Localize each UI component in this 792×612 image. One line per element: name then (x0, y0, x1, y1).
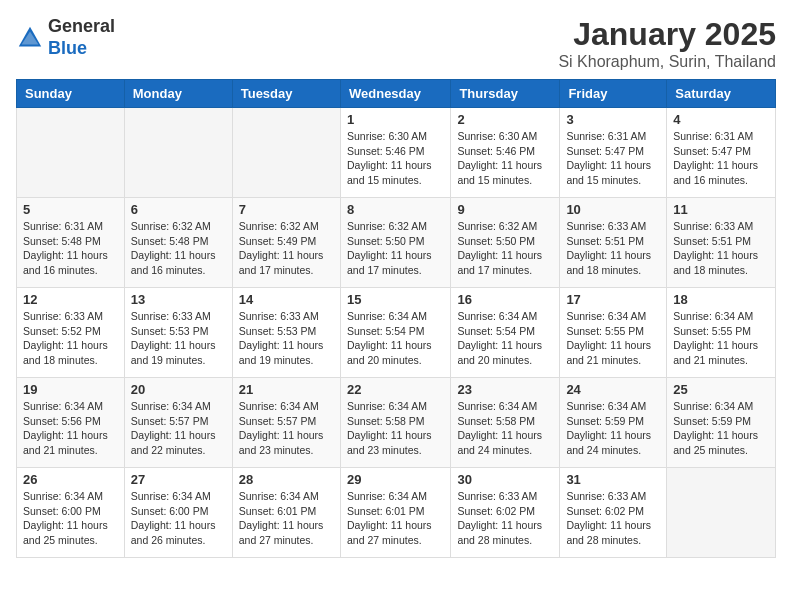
day-info: Sunrise: 6:31 AM Sunset: 5:48 PM Dayligh… (23, 219, 118, 278)
logo-icon (16, 24, 44, 52)
header-cell-sunday: Sunday (17, 80, 125, 108)
calendar-week-5: 26Sunrise: 6:34 AM Sunset: 6:00 PM Dayli… (17, 468, 776, 558)
calendar-cell: 28Sunrise: 6:34 AM Sunset: 6:01 PM Dayli… (232, 468, 340, 558)
day-info: Sunrise: 6:33 AM Sunset: 5:53 PM Dayligh… (131, 309, 226, 368)
day-number: 30 (457, 472, 553, 487)
title-area: January 2025 Si Khoraphum, Surin, Thaila… (558, 16, 776, 71)
day-number: 9 (457, 202, 553, 217)
day-info: Sunrise: 6:30 AM Sunset: 5:46 PM Dayligh… (457, 129, 553, 188)
day-info: Sunrise: 6:33 AM Sunset: 5:51 PM Dayligh… (673, 219, 769, 278)
day-info: Sunrise: 6:34 AM Sunset: 5:59 PM Dayligh… (673, 399, 769, 458)
logo-blue-text: Blue (48, 38, 87, 58)
day-number: 10 (566, 202, 660, 217)
calendar-cell: 24Sunrise: 6:34 AM Sunset: 5:59 PM Dayli… (560, 378, 667, 468)
day-info: Sunrise: 6:33 AM Sunset: 5:52 PM Dayligh… (23, 309, 118, 368)
day-info: Sunrise: 6:33 AM Sunset: 6:02 PM Dayligh… (457, 489, 553, 548)
day-info: Sunrise: 6:32 AM Sunset: 5:48 PM Dayligh… (131, 219, 226, 278)
day-number: 2 (457, 112, 553, 127)
day-info: Sunrise: 6:34 AM Sunset: 5:59 PM Dayligh… (566, 399, 660, 458)
day-number: 16 (457, 292, 553, 307)
calendar-cell: 6Sunrise: 6:32 AM Sunset: 5:48 PM Daylig… (124, 198, 232, 288)
calendar-subtitle: Si Khoraphum, Surin, Thailand (558, 53, 776, 71)
day-number: 17 (566, 292, 660, 307)
calendar-cell: 16Sunrise: 6:34 AM Sunset: 5:54 PM Dayli… (451, 288, 560, 378)
header-cell-thursday: Thursday (451, 80, 560, 108)
calendar-cell (232, 108, 340, 198)
day-info: Sunrise: 6:34 AM Sunset: 6:00 PM Dayligh… (131, 489, 226, 548)
day-info: Sunrise: 6:34 AM Sunset: 5:58 PM Dayligh… (347, 399, 444, 458)
page-header: General Blue January 2025 Si Khoraphum, … (16, 16, 776, 71)
day-number: 25 (673, 382, 769, 397)
calendar-week-4: 19Sunrise: 6:34 AM Sunset: 5:56 PM Dayli… (17, 378, 776, 468)
day-number: 4 (673, 112, 769, 127)
calendar-cell: 30Sunrise: 6:33 AM Sunset: 6:02 PM Dayli… (451, 468, 560, 558)
day-number: 20 (131, 382, 226, 397)
calendar-cell: 19Sunrise: 6:34 AM Sunset: 5:56 PM Dayli… (17, 378, 125, 468)
day-number: 11 (673, 202, 769, 217)
header-cell-tuesday: Tuesday (232, 80, 340, 108)
day-info: Sunrise: 6:31 AM Sunset: 5:47 PM Dayligh… (673, 129, 769, 188)
calendar-cell: 23Sunrise: 6:34 AM Sunset: 5:58 PM Dayli… (451, 378, 560, 468)
day-info: Sunrise: 6:32 AM Sunset: 5:50 PM Dayligh… (457, 219, 553, 278)
header-row: SundayMondayTuesdayWednesdayThursdayFrid… (17, 80, 776, 108)
calendar-cell: 20Sunrise: 6:34 AM Sunset: 5:57 PM Dayli… (124, 378, 232, 468)
day-info: Sunrise: 6:30 AM Sunset: 5:46 PM Dayligh… (347, 129, 444, 188)
calendar-week-2: 5Sunrise: 6:31 AM Sunset: 5:48 PM Daylig… (17, 198, 776, 288)
calendar-cell: 17Sunrise: 6:34 AM Sunset: 5:55 PM Dayli… (560, 288, 667, 378)
day-number: 23 (457, 382, 553, 397)
calendar-cell: 2Sunrise: 6:30 AM Sunset: 5:46 PM Daylig… (451, 108, 560, 198)
day-number: 12 (23, 292, 118, 307)
logo: General Blue (16, 16, 115, 59)
calendar-cell: 29Sunrise: 6:34 AM Sunset: 6:01 PM Dayli… (340, 468, 450, 558)
day-number: 18 (673, 292, 769, 307)
calendar-cell: 5Sunrise: 6:31 AM Sunset: 5:48 PM Daylig… (17, 198, 125, 288)
day-number: 29 (347, 472, 444, 487)
header-cell-saturday: Saturday (667, 80, 776, 108)
calendar-cell: 3Sunrise: 6:31 AM Sunset: 5:47 PM Daylig… (560, 108, 667, 198)
calendar-header: SundayMondayTuesdayWednesdayThursdayFrid… (17, 80, 776, 108)
day-number: 1 (347, 112, 444, 127)
day-info: Sunrise: 6:34 AM Sunset: 6:01 PM Dayligh… (347, 489, 444, 548)
day-number: 7 (239, 202, 334, 217)
calendar-cell: 12Sunrise: 6:33 AM Sunset: 5:52 PM Dayli… (17, 288, 125, 378)
day-info: Sunrise: 6:34 AM Sunset: 6:00 PM Dayligh… (23, 489, 118, 548)
day-info: Sunrise: 6:34 AM Sunset: 5:54 PM Dayligh… (457, 309, 553, 368)
day-number: 6 (131, 202, 226, 217)
calendar-cell: 13Sunrise: 6:33 AM Sunset: 5:53 PM Dayli… (124, 288, 232, 378)
calendar-body: 1Sunrise: 6:30 AM Sunset: 5:46 PM Daylig… (17, 108, 776, 558)
day-info: Sunrise: 6:34 AM Sunset: 5:55 PM Dayligh… (566, 309, 660, 368)
day-info: Sunrise: 6:34 AM Sunset: 5:54 PM Dayligh… (347, 309, 444, 368)
day-number: 8 (347, 202, 444, 217)
day-info: Sunrise: 6:31 AM Sunset: 5:47 PM Dayligh… (566, 129, 660, 188)
calendar-cell: 18Sunrise: 6:34 AM Sunset: 5:55 PM Dayli… (667, 288, 776, 378)
calendar-table: SundayMondayTuesdayWednesdayThursdayFrid… (16, 79, 776, 558)
day-info: Sunrise: 6:34 AM Sunset: 5:55 PM Dayligh… (673, 309, 769, 368)
day-number: 27 (131, 472, 226, 487)
logo-general-text: General (48, 16, 115, 36)
calendar-cell: 31Sunrise: 6:33 AM Sunset: 6:02 PM Dayli… (560, 468, 667, 558)
day-info: Sunrise: 6:33 AM Sunset: 6:02 PM Dayligh… (566, 489, 660, 548)
calendar-cell: 11Sunrise: 6:33 AM Sunset: 5:51 PM Dayli… (667, 198, 776, 288)
day-number: 14 (239, 292, 334, 307)
calendar-cell: 27Sunrise: 6:34 AM Sunset: 6:00 PM Dayli… (124, 468, 232, 558)
calendar-cell: 1Sunrise: 6:30 AM Sunset: 5:46 PM Daylig… (340, 108, 450, 198)
day-info: Sunrise: 6:33 AM Sunset: 5:51 PM Dayligh… (566, 219, 660, 278)
day-number: 26 (23, 472, 118, 487)
day-number: 28 (239, 472, 334, 487)
day-number: 13 (131, 292, 226, 307)
day-number: 5 (23, 202, 118, 217)
calendar-cell: 21Sunrise: 6:34 AM Sunset: 5:57 PM Dayli… (232, 378, 340, 468)
header-cell-wednesday: Wednesday (340, 80, 450, 108)
calendar-cell: 25Sunrise: 6:34 AM Sunset: 5:59 PM Dayli… (667, 378, 776, 468)
header-cell-friday: Friday (560, 80, 667, 108)
calendar-cell: 4Sunrise: 6:31 AM Sunset: 5:47 PM Daylig… (667, 108, 776, 198)
calendar-cell: 14Sunrise: 6:33 AM Sunset: 5:53 PM Dayli… (232, 288, 340, 378)
header-cell-monday: Monday (124, 80, 232, 108)
day-number: 31 (566, 472, 660, 487)
day-info: Sunrise: 6:34 AM Sunset: 5:58 PM Dayligh… (457, 399, 553, 458)
day-number: 21 (239, 382, 334, 397)
calendar-week-3: 12Sunrise: 6:33 AM Sunset: 5:52 PM Dayli… (17, 288, 776, 378)
calendar-cell (124, 108, 232, 198)
day-number: 15 (347, 292, 444, 307)
calendar-cell: 9Sunrise: 6:32 AM Sunset: 5:50 PM Daylig… (451, 198, 560, 288)
